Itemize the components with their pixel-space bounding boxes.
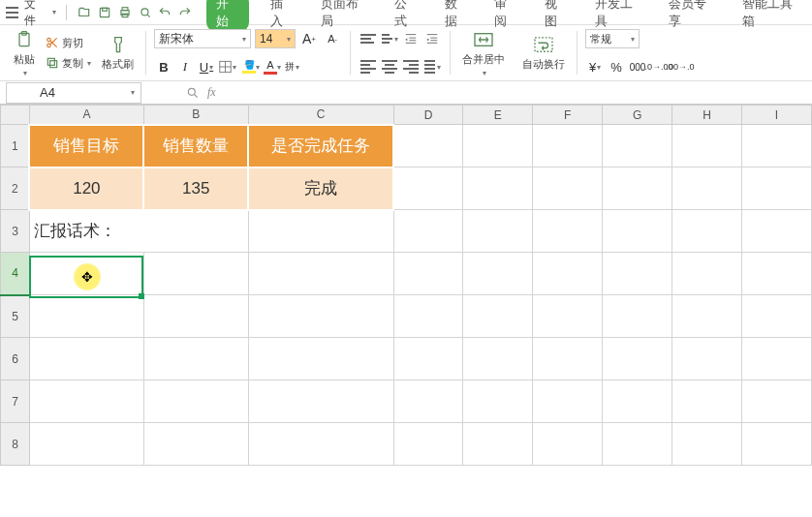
cell-b1[interactable]: 销售数量 [143, 125, 248, 167]
sheet-table[interactable]: A B C D E F G H I 1 销售目标 销售数量 是否完成任务 2 1… [0, 105, 812, 466]
cell[interactable] [603, 338, 672, 380]
cell[interactable] [463, 423, 533, 466]
cell[interactable] [603, 125, 672, 167]
cell[interactable] [742, 423, 812, 466]
cell-a4[interactable] [29, 253, 143, 295]
format-painter-button[interactable]: 格式刷 [98, 32, 138, 74]
percent-button[interactable]: % [607, 57, 626, 76]
row-header-2[interactable]: 2 [1, 167, 30, 210]
cell[interactable] [742, 210, 812, 253]
font-color-button[interactable]: A▾ [261, 57, 280, 76]
cell[interactable] [29, 338, 143, 380]
cell[interactable] [672, 210, 742, 253]
cell[interactable] [672, 253, 742, 295]
increase-font-button[interactable]: A+ [299, 29, 319, 48]
cell[interactable] [393, 253, 463, 295]
open-icon[interactable] [77, 5, 91, 20]
row-header-3[interactable]: 3 [1, 210, 30, 253]
cell[interactable] [603, 295, 672, 338]
borders-button[interactable]: ▾ [218, 57, 237, 76]
decrease-decimal-button[interactable]: .00→.0 [671, 57, 690, 76]
row-header-8[interactable]: 8 [1, 423, 30, 466]
cell[interactable] [533, 423, 603, 466]
cell[interactable] [672, 125, 742, 167]
paste-button[interactable]: 粘贴▾ [10, 27, 39, 79]
cell[interactable] [248, 295, 393, 338]
cell[interactable] [742, 253, 812, 295]
preview-icon[interactable] [138, 5, 152, 20]
cell[interactable] [672, 380, 742, 423]
hamburger-icon[interactable] [6, 7, 18, 18]
cell[interactable] [143, 380, 248, 423]
cell-c1[interactable]: 是否完成任务 [248, 125, 393, 167]
decrease-font-button[interactable]: A- [323, 29, 342, 48]
align-center-button[interactable] [380, 57, 399, 76]
align-left-button[interactable] [359, 57, 378, 76]
fill-color-button[interactable]: 🪣▾ [239, 57, 259, 76]
cell[interactable] [463, 380, 533, 423]
cell[interactable] [603, 423, 672, 466]
cell[interactable] [672, 295, 742, 338]
align-top-button[interactable] [359, 29, 378, 48]
col-header-a[interactable]: A [29, 106, 143, 125]
cell[interactable] [533, 338, 603, 380]
cell[interactable] [393, 380, 463, 423]
row-header-5[interactable]: 5 [1, 295, 30, 338]
cell[interactable] [143, 338, 248, 380]
cell[interactable] [742, 338, 812, 380]
cell[interactable] [393, 125, 463, 167]
cell[interactable] [463, 125, 533, 167]
row-header-6[interactable]: 6 [1, 338, 30, 380]
cell-c2[interactable]: 完成 [248, 167, 393, 210]
cell[interactable] [603, 210, 672, 253]
cell-b2[interactable]: 135 [143, 167, 248, 210]
cell[interactable] [672, 423, 742, 466]
cell[interactable] [248, 253, 393, 295]
undo-icon[interactable] [158, 5, 172, 20]
cell[interactable] [143, 253, 248, 295]
increase-indent-button[interactable] [422, 29, 442, 48]
redo-icon[interactable] [178, 5, 193, 20]
cell[interactable] [742, 295, 812, 338]
tab-smarttools[interactable]: 智能工具箱 [736, 0, 806, 32]
align-middle-button[interactable]: ▾ [380, 29, 399, 48]
font-name-select[interactable]: 新宋体▾ [154, 29, 251, 48]
file-menu[interactable]: 文件 [24, 0, 46, 29]
wrap-text-button[interactable]: 自动换行 [518, 32, 569, 74]
cell[interactable] [533, 253, 603, 295]
col-header-h[interactable]: H [672, 106, 742, 125]
cell[interactable] [393, 423, 463, 466]
cell[interactable] [29, 380, 143, 423]
cell[interactable] [742, 380, 812, 423]
col-header-b[interactable]: B [143, 106, 248, 125]
phonetic-button[interactable]: 拼▾ [282, 57, 301, 76]
row-header-4[interactable]: 4 [1, 253, 30, 295]
justify-button[interactable]: ▾ [422, 57, 442, 76]
name-box[interactable]: A4 ▾ [6, 82, 141, 104]
search-icon[interactable] [186, 86, 200, 100]
cell[interactable] [463, 338, 533, 380]
col-header-g[interactable]: G [603, 106, 672, 125]
print-icon[interactable] [117, 5, 132, 20]
cell[interactable] [742, 167, 812, 210]
cell-a3[interactable]: 汇报话术： [29, 210, 248, 253]
col-header-d[interactable]: D [393, 106, 463, 125]
cell[interactable] [393, 295, 463, 338]
cell[interactable] [248, 380, 393, 423]
cell[interactable] [463, 253, 533, 295]
cell[interactable] [603, 167, 672, 210]
row-header-1[interactable]: 1 [1, 125, 30, 167]
cell-a1[interactable]: 销售目标 [29, 125, 143, 167]
number-format-select[interactable]: 常规▾ [585, 29, 640, 48]
col-header-e[interactable]: E [463, 106, 533, 125]
cell[interactable] [463, 210, 533, 253]
save-icon[interactable] [97, 5, 111, 20]
row-header-7[interactable]: 7 [1, 380, 30, 423]
cell-a2[interactable]: 120 [29, 167, 143, 210]
cell[interactable] [248, 210, 393, 253]
fx-icon[interactable]: fx [207, 85, 216, 100]
cell[interactable] [603, 253, 672, 295]
cell[interactable] [533, 380, 603, 423]
bold-button[interactable]: B [154, 57, 173, 76]
cell[interactable] [29, 423, 143, 466]
